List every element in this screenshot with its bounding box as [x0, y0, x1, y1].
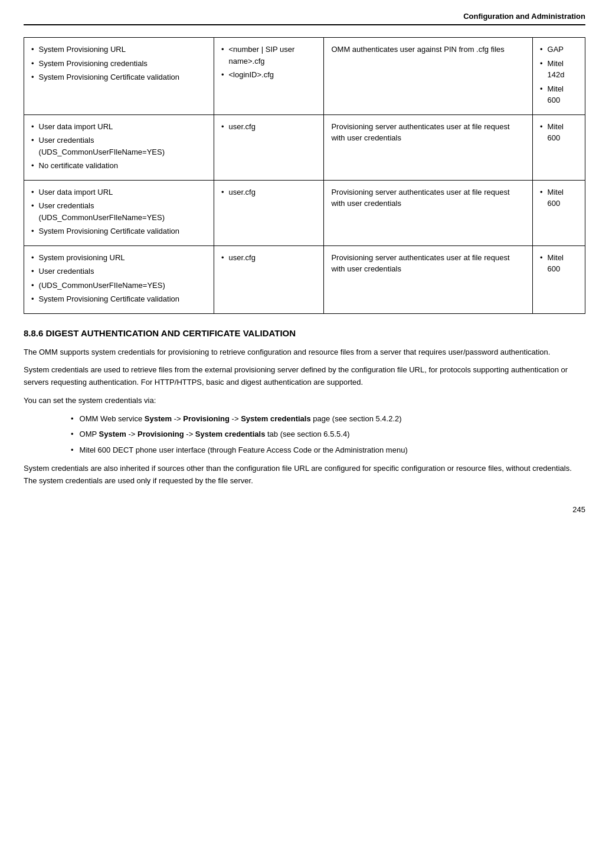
list-item: User credentials (UDS_CommonUserFIleName…: [31, 200, 207, 223]
list-item: System Provisioning credentials: [31, 58, 207, 70]
table-cell-col3: OMM authenticates user against PIN from …: [324, 38, 533, 115]
section-heading: 8.8.6 DIGEST AUTHENTICATION AND CERTIFIC…: [24, 328, 585, 338]
page-number: 245: [24, 505, 585, 514]
list-item: No certificate validation: [31, 160, 207, 172]
table-cell-col4: Mitel 600: [533, 114, 585, 180]
table-cell-col4: GAPMitel 142dMitel 600: [533, 38, 585, 115]
list-item: Mitel 600 DECT phone user interface (thr…: [71, 444, 585, 457]
list-item: User credentials: [31, 266, 207, 277]
table-cell-col1: User data import URLUser credentials (UD…: [24, 180, 214, 245]
list-item: User data import URL: [31, 121, 207, 133]
page-header: Configuration and Administration: [24, 12, 585, 25]
list-item: System Provisioning URL: [31, 44, 207, 55]
table-cell-col2: <number | SIP user name>.cfg<loginID>.cf…: [214, 38, 324, 115]
credentials-list: OMM Web service System -> Provisioning -…: [71, 413, 585, 457]
list-item: GAP: [540, 44, 578, 55]
list-item: OMM Web service System -> Provisioning -…: [71, 413, 585, 425]
list-item: user.cfg: [221, 252, 317, 264]
list-item: (UDS_CommonUserFIIeName=YES): [31, 280, 207, 291]
table-cell-col2: user.cfg: [214, 245, 324, 313]
table-cell-col3: Provisioning server authenticates user a…: [324, 245, 533, 313]
list-item: System provisioning URL: [31, 252, 207, 264]
list-item: OMP System -> Provisioning -> System cre…: [71, 428, 585, 441]
list-item: user.cfg: [221, 186, 317, 198]
header-title: Configuration and Administration: [463, 12, 585, 21]
body-paragraph: You can set the system credentials via:: [24, 395, 585, 407]
list-item: Mitel 600: [540, 252, 578, 275]
list-item: System Provisioning Certificate validati…: [31, 293, 207, 305]
table-cell-col2: user.cfg: [214, 114, 324, 180]
table-cell-col2: user.cfg: [214, 180, 324, 245]
body-paragraph: The OMM supports system credentials for …: [24, 346, 585, 359]
table-cell-col1: System provisioning URLUser credentials(…: [24, 245, 214, 313]
list-item: <loginID>.cfg: [221, 69, 317, 81]
list-item: User credentials (UDS_CommonUserFIleName…: [31, 135, 207, 158]
table-cell-col3: Provisioning server authenticates user a…: [324, 180, 533, 245]
list-item: <number | SIP user name>.cfg: [221, 44, 317, 67]
list-item: System Provisioning Certificate validati…: [31, 71, 207, 83]
table-cell-col1: User data import URLUser credentials (UD…: [24, 114, 214, 180]
table-cell-col4: Mitel 600: [533, 245, 585, 313]
body-paragraph: System credentials are used to retrieve …: [24, 364, 585, 389]
list-item: Mitel 600: [540, 121, 578, 144]
table-cell-col4: Mitel 600: [533, 180, 585, 245]
table-cell-col3: Provisioning server authenticates user a…: [324, 114, 533, 180]
list-item: Mitel 600: [540, 83, 578, 106]
main-table: System Provisioning URLSystem Provisioni…: [24, 37, 585, 314]
list-item: Mitel 142d: [540, 58, 578, 81]
closing-paragraph: System credentials are also inherited if…: [24, 463, 585, 487]
list-item: Mitel 600: [540, 186, 578, 209]
section-paragraphs: The OMM supports system credentials for …: [24, 346, 585, 407]
list-item: User data import URL: [31, 186, 207, 198]
list-item: System Provisioning Certificate validati…: [31, 225, 207, 237]
table-cell-col1: System Provisioning URLSystem Provisioni…: [24, 38, 214, 115]
list-item: user.cfg: [221, 121, 317, 133]
